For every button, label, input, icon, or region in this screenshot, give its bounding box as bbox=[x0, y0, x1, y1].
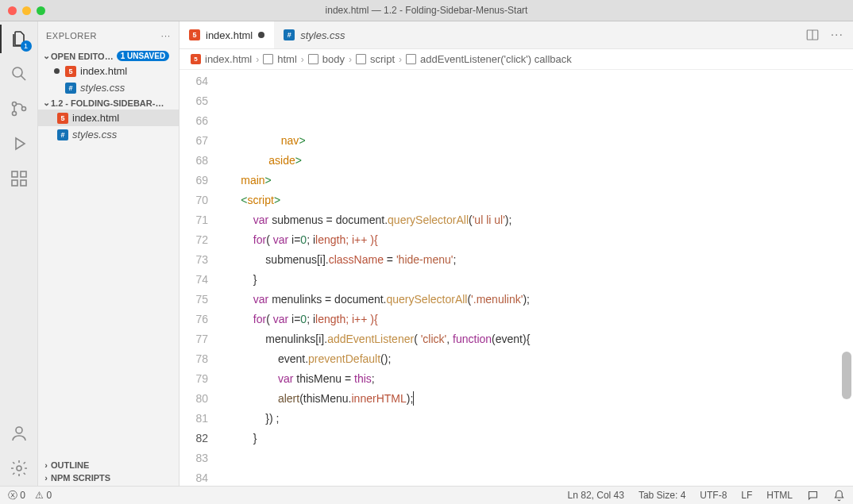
cursor-position[interactable]: Ln 82, Col 43 bbox=[568, 490, 624, 501]
html-file-icon: 5 bbox=[57, 113, 68, 124]
file-name: index.html bbox=[72, 112, 119, 124]
code-content[interactable]: nav> aside> main> <script> var submenus … bbox=[219, 70, 853, 486]
chevron-right-icon: › bbox=[41, 473, 51, 483]
eol[interactable]: LF bbox=[741, 490, 752, 501]
tab-bar: 5 index.html # styles.css ··· bbox=[179, 21, 853, 49]
chevron-right-icon: › bbox=[349, 54, 352, 65]
chevron-right-icon: › bbox=[41, 460, 51, 470]
breadcrumb-item[interactable]: html bbox=[277, 53, 297, 65]
open-editor-item[interactable]: # styles.css bbox=[38, 79, 179, 96]
minimize-window-button[interactable] bbox=[22, 6, 31, 15]
window-controls bbox=[0, 6, 45, 15]
split-editor-icon[interactable] bbox=[805, 28, 820, 42]
element-icon bbox=[308, 54, 318, 64]
chevron-right-icon: › bbox=[399, 54, 402, 65]
source-control-icon[interactable] bbox=[10, 99, 29, 118]
svg-point-3 bbox=[21, 107, 25, 111]
folder-label: 1.2 - FOLDING-SIDEBAR-… bbox=[51, 98, 164, 108]
breadcrumb-item[interactable]: script bbox=[370, 53, 395, 65]
titlebar: index.html — 1.2 - Folding-Sidebar-Menus… bbox=[0, 0, 853, 21]
html-file-icon: 5 bbox=[189, 29, 200, 40]
unsaved-badge: 1 UNSAVED bbox=[117, 51, 170, 61]
svg-rect-5 bbox=[21, 171, 26, 177]
explorer-sidebar: EXPLORER ··· ⌄ OPEN EDITO… 1 UNSAVED 5 i… bbox=[38, 21, 179, 486]
breadcrumb-item[interactable]: addEventListener('click') callback bbox=[420, 53, 572, 65]
chevron-down-icon: ⌄ bbox=[41, 51, 51, 61]
chevron-right-icon: › bbox=[301, 54, 304, 65]
chevron-down-icon: ⌄ bbox=[41, 98, 51, 108]
svg-point-0 bbox=[13, 67, 22, 77]
tab-index-html[interactable]: 5 index.html bbox=[179, 21, 274, 48]
npm-scripts-section[interactable]: › NPM SCRIPTS bbox=[38, 471, 179, 484]
css-file-icon: # bbox=[284, 29, 295, 40]
editor-area: 5 index.html # styles.css ··· 5 index.ht… bbox=[179, 21, 853, 486]
file-tree-item[interactable]: # styles.css bbox=[38, 126, 179, 143]
outline-section[interactable]: › OUTLINE bbox=[38, 459, 179, 471]
open-editors-section[interactable]: ⌄ OPEN EDITO… 1 UNSAVED bbox=[38, 49, 179, 63]
feedback-icon[interactable] bbox=[807, 490, 819, 502]
html-file-icon: 5 bbox=[65, 66, 76, 77]
breadcrumb[interactable]: 5 index.html › html › body › script › ad… bbox=[179, 49, 853, 70]
tab-size[interactable]: Tab Size: 4 bbox=[639, 490, 685, 501]
errors-indicator[interactable]: ⓧ 0 bbox=[8, 489, 25, 502]
file-tree-item[interactable]: 5 index.html bbox=[38, 110, 179, 126]
svg-point-8 bbox=[16, 427, 22, 433]
window-title: index.html — 1.2 - Folding-Sidebar-Menus… bbox=[326, 5, 528, 16]
file-name: styles.css bbox=[72, 129, 117, 140]
explorer-more-icon[interactable]: ··· bbox=[161, 31, 171, 40]
open-editors-label: OPEN EDITO… bbox=[51, 52, 114, 61]
breadcrumb-item[interactable]: index.html bbox=[205, 53, 252, 65]
tab-styles-css[interactable]: # styles.css bbox=[274, 21, 354, 48]
chevron-right-icon: › bbox=[256, 54, 259, 65]
element-icon bbox=[406, 54, 416, 64]
file-name: index.html bbox=[80, 65, 127, 77]
files-badge: 1 bbox=[21, 40, 32, 52]
warnings-indicator[interactable]: ⚠ 0 bbox=[35, 490, 52, 501]
debug-icon[interactable] bbox=[10, 134, 29, 153]
language-mode[interactable]: HTML bbox=[766, 490, 793, 501]
svg-point-9 bbox=[17, 466, 21, 471]
folder-section[interactable]: ⌄ 1.2 - FOLDING-SIDEBAR-… bbox=[38, 96, 179, 110]
file-name: styles.css bbox=[80, 82, 125, 94]
close-window-button[interactable] bbox=[8, 6, 17, 15]
tab-label: styles.css bbox=[300, 29, 345, 41]
svg-rect-6 bbox=[12, 180, 17, 186]
svg-rect-7 bbox=[21, 180, 26, 186]
zoom-window-button[interactable] bbox=[37, 6, 45, 15]
files-icon[interactable]: 1 bbox=[10, 29, 29, 48]
open-editor-item[interactable]: 5 index.html bbox=[38, 63, 179, 79]
code-editor[interactable]: 6465666768697071727374757677787980818283… bbox=[179, 70, 853, 486]
svg-point-1 bbox=[12, 102, 16, 106]
encoding[interactable]: UTF-8 bbox=[700, 490, 727, 501]
notifications-icon[interactable] bbox=[833, 490, 845, 502]
accounts-icon[interactable] bbox=[10, 424, 29, 443]
extensions-icon[interactable] bbox=[10, 169, 29, 188]
status-bar: ⓧ 0 ⚠ 0 Ln 82, Col 43 Tab Size: 4 UTF-8 … bbox=[0, 486, 853, 504]
outline-label: OUTLINE bbox=[51, 460, 89, 470]
activity-bar: 1 bbox=[0, 21, 38, 486]
settings-gear-icon[interactable] bbox=[10, 459, 29, 478]
css-file-icon: # bbox=[57, 129, 68, 140]
svg-point-2 bbox=[12, 112, 16, 116]
element-icon bbox=[263, 54, 273, 64]
tab-label: index.html bbox=[206, 29, 253, 41]
modified-dot-icon bbox=[258, 32, 264, 38]
npm-label: NPM SCRIPTS bbox=[51, 473, 110, 483]
explorer-title: EXPLORER bbox=[46, 31, 97, 40]
element-icon bbox=[356, 54, 366, 64]
editor-more-icon[interactable]: ··· bbox=[831, 28, 843, 42]
svg-rect-4 bbox=[12, 171, 17, 177]
breadcrumb-item[interactable]: body bbox=[322, 53, 345, 65]
search-icon[interactable] bbox=[10, 64, 29, 83]
css-file-icon: # bbox=[65, 83, 76, 94]
modified-dot-icon bbox=[54, 68, 60, 74]
line-number-gutter: 6465666768697071727374757677787980818283… bbox=[179, 70, 219, 486]
html-file-icon: 5 bbox=[191, 54, 201, 64]
